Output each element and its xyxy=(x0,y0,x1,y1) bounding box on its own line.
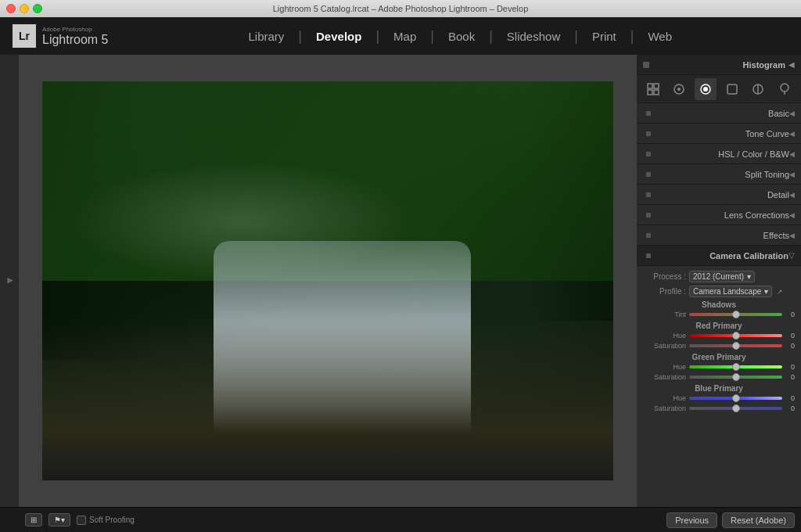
shadows-tint-row: Tint 0 xyxy=(643,311,795,318)
basic-section-header[interactable]: Basic ◀ xyxy=(637,103,801,124)
blue-saturation-slider[interactable] xyxy=(689,407,782,410)
adjustment-tool-icon[interactable] xyxy=(747,78,769,100)
histogram-panel-header[interactable]: Histogram ◀ xyxy=(637,55,801,75)
maximize-button[interactable] xyxy=(33,4,42,13)
effects-section-header[interactable]: Effects ◀ xyxy=(637,225,801,246)
brush-tool-icon[interactable] xyxy=(774,78,796,100)
soft-proofing-checkbox[interactable] xyxy=(77,516,86,525)
minimize-button[interactable] xyxy=(20,4,29,13)
shadows-subtitle: Shadows xyxy=(643,300,795,309)
red-hue-slider[interactable] xyxy=(689,334,782,337)
green-saturation-label: Saturation xyxy=(643,373,686,381)
nav-book[interactable]: Book xyxy=(436,17,487,55)
blue-saturation-label: Saturation xyxy=(643,404,686,412)
reset-button[interactable]: Reset (Adobe) xyxy=(722,512,795,528)
detail-title: Detail xyxy=(654,190,789,200)
crop-tool-icon[interactable] xyxy=(668,78,690,100)
view-icon: ⊞ xyxy=(31,516,37,524)
blue-primary-subtitle: Blue Primary xyxy=(643,384,795,393)
main-area: ◀ Histogram ◀ xyxy=(0,55,801,507)
lens-corrections-title: Lens Corrections xyxy=(654,210,789,220)
flag-button[interactable]: ⚑▾ xyxy=(48,513,70,527)
red-saturation-value: 0 xyxy=(785,342,795,350)
bottom-toolbar: ⊞ ⚑▾ Soft Proofing Previous Reset (Adobe… xyxy=(0,507,801,532)
blue-saturation-value: 0 xyxy=(785,404,795,412)
green-saturation-value: 0 xyxy=(785,373,795,381)
develop-tool-icon[interactable] xyxy=(695,78,717,100)
green-saturation-slider[interactable] xyxy=(689,376,782,379)
nav-map[interactable]: Map xyxy=(381,17,429,55)
right-panel: Histogram ◀ xyxy=(637,55,801,507)
app-logo: Lr Adobe Photoshop Lightroom 5 xyxy=(13,24,109,48)
svg-rect-1 xyxy=(654,84,659,88)
window-title: Lightroom 5 Catalog.lrcat – Adobe Photos… xyxy=(273,4,529,13)
histogram-title: Histogram xyxy=(652,60,785,70)
red-hue-value: 0 xyxy=(785,332,795,340)
nav-web[interactable]: Web xyxy=(635,17,684,55)
profile-dropdown[interactable]: Camera Landscape ▾ xyxy=(689,286,772,297)
svg-rect-8 xyxy=(727,84,737,94)
process-label: Process : xyxy=(643,272,686,281)
green-hue-label: Hue xyxy=(643,363,686,371)
close-button[interactable] xyxy=(6,4,16,13)
soft-proofing-label: Soft Proofing xyxy=(89,516,135,524)
svg-point-11 xyxy=(781,84,788,92)
profile-value: Camera Landscape xyxy=(693,287,761,296)
flag-icon: ⚑▾ xyxy=(54,516,65,524)
shadows-tint-label: Tint xyxy=(643,311,686,318)
hsl-section-header[interactable]: HSL / Color / B&W ◀ xyxy=(637,144,801,164)
process-row: Process : 2012 (Current) ▾ xyxy=(643,271,795,282)
blue-saturation-row: Saturation 0 xyxy=(643,404,795,412)
green-saturation-row: Saturation 0 xyxy=(643,373,795,381)
nav-slideshow[interactable]: Slideshow xyxy=(494,17,573,55)
app-title: Adobe Photoshop Lightroom 5 xyxy=(42,26,109,47)
nav-print[interactable]: Print xyxy=(580,17,629,55)
detail-section-header[interactable]: Detail ◀ xyxy=(637,185,801,205)
lens-corrections-section-header[interactable]: Lens Corrections ◀ xyxy=(637,205,801,225)
cursor-indicator: ↗ xyxy=(777,288,783,296)
soft-proofing-container: Soft Proofing xyxy=(77,516,135,525)
photo-frame xyxy=(42,81,613,480)
camera-calibration-header[interactable]: Camera Calibration ▽ xyxy=(637,246,801,266)
split-toning-section-header[interactable]: Split Toning ◀ xyxy=(637,164,801,185)
blue-hue-slider[interactable] xyxy=(689,397,782,400)
adobe-label: Adobe Photoshop xyxy=(42,26,109,33)
red-hue-row: Hue 0 xyxy=(643,332,795,340)
healing-tool-icon[interactable] xyxy=(721,78,743,100)
tone-curve-section-header[interactable]: Tone Curve ◀ xyxy=(637,124,801,144)
camera-calibration-title: Camera Calibration xyxy=(654,251,788,261)
histogram-arrow: ◀ xyxy=(788,60,795,69)
tone-curve-title: Tone Curve xyxy=(654,129,789,138)
nav-bar: Library | Develop | Map | Book | Slidesh… xyxy=(132,17,789,55)
nav-develop[interactable]: Develop xyxy=(304,17,374,55)
green-hue-value: 0 xyxy=(785,363,795,371)
blue-hue-value: 0 xyxy=(785,394,795,402)
tool-icons-bar xyxy=(637,75,801,103)
svg-rect-0 xyxy=(648,84,652,88)
process-dropdown[interactable]: 2012 (Current) ▾ xyxy=(689,271,755,282)
photo-area xyxy=(19,55,637,507)
grid-tool-icon[interactable] xyxy=(642,78,664,100)
red-saturation-label: Saturation xyxy=(643,342,686,350)
previous-button[interactable]: Previous xyxy=(666,512,717,528)
split-toning-title: Split Toning xyxy=(654,170,789,179)
titlebar: Lightroom 5 Catalog.lrcat – Adobe Photos… xyxy=(0,0,801,17)
bottom-left-spacer xyxy=(0,508,19,532)
profile-label: Profile : xyxy=(643,287,686,296)
svg-point-7 xyxy=(703,87,708,92)
red-saturation-slider[interactable] xyxy=(689,344,782,347)
menubar: Lr Adobe Photoshop Lightroom 5 Library |… xyxy=(0,17,801,55)
left-panel-toggle[interactable]: ◀ xyxy=(5,277,14,286)
svg-point-5 xyxy=(677,88,681,91)
effects-title: Effects xyxy=(654,231,789,240)
blue-hue-label: Hue xyxy=(643,394,686,402)
green-hue-slider[interactable] xyxy=(689,365,782,368)
view-mode-button[interactable]: ⊞ xyxy=(25,513,42,527)
process-value: 2012 (Current) xyxy=(693,272,744,281)
svg-rect-3 xyxy=(654,90,659,95)
shadows-tint-slider[interactable] xyxy=(689,313,782,316)
nav-library[interactable]: Library xyxy=(235,17,296,55)
shadows-tint-value: 0 xyxy=(785,311,795,318)
lr-icon: Lr xyxy=(13,24,36,48)
photo-image xyxy=(42,81,613,480)
